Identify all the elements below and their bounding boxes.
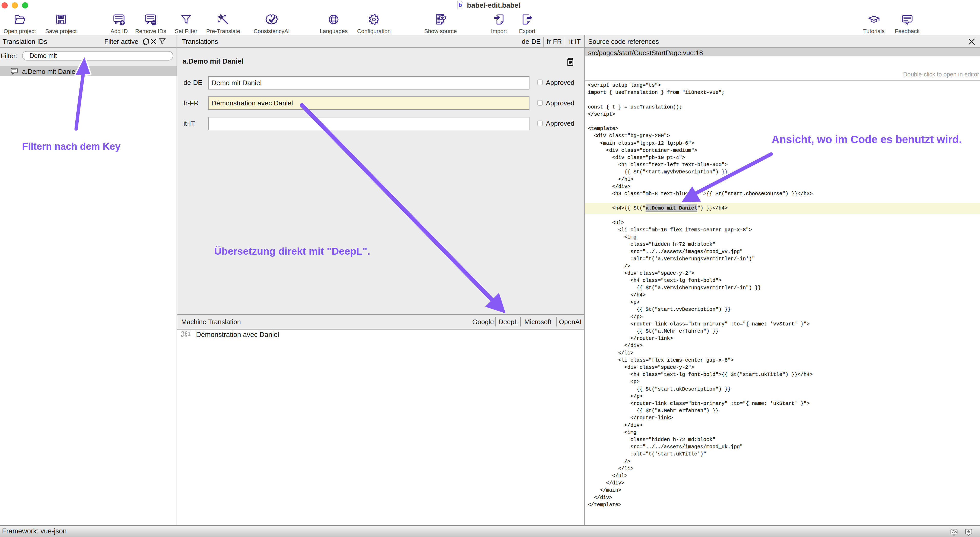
svg-text:b: b [458,2,462,8]
svg-text:1: 1 [188,331,191,337]
